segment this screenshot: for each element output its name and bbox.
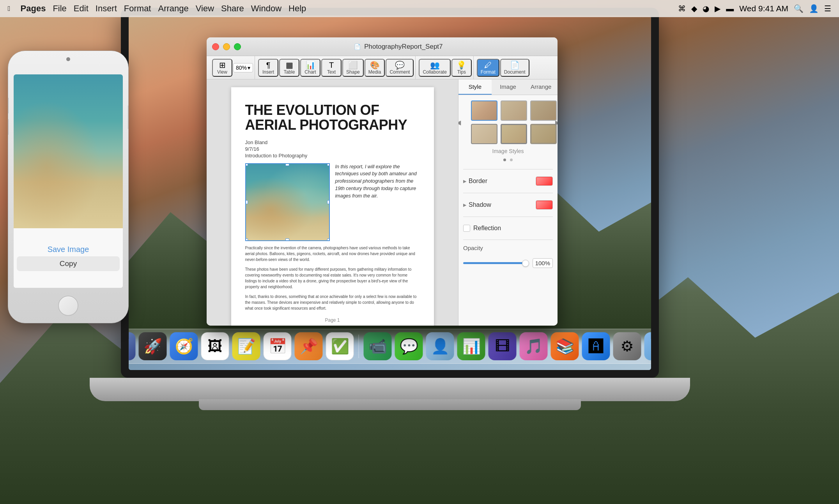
dock-icon-launchpad[interactable]: 🚀 — [139, 332, 167, 360]
table-icon: ▦ — [286, 61, 293, 69]
menubar-format[interactable]: Format — [124, 4, 151, 14]
menubar-search-icon[interactable]: 🔍 — [794, 4, 804, 13]
style-item-4[interactable] — [471, 124, 497, 144]
minimize-button[interactable] — [223, 43, 230, 50]
collaborate-button[interactable]: 👥 Collaborate — [419, 59, 450, 77]
dock-icon-contacts[interactable]: 👤 — [426, 332, 454, 360]
document-icon2: 📄 — [510, 61, 520, 69]
styles-next-arrow[interactable]: ▶ — [555, 119, 558, 126]
style-item-6[interactable] — [530, 124, 557, 144]
dock-icon-numbers[interactable]: 📊 — [457, 332, 485, 360]
document-author: Jon Bland — [245, 139, 420, 145]
tab-style[interactable]: Style — [458, 79, 492, 95]
document-aerial-image[interactable] — [245, 163, 330, 241]
tips-button[interactable]: 💡 Tips — [451, 59, 472, 77]
dock-icon-safari[interactable]: 🧭 — [170, 332, 198, 360]
dock: 🖥 ◎ 🚀 🧭 🖼 📝 📅 📌 ✅ 📹 💬 👤 📊 🎞 🎵 📚 🅰 ⚙ — [129, 329, 651, 364]
opacity-slider[interactable] — [463, 262, 529, 264]
maximize-button[interactable] — [234, 43, 241, 50]
resize-handle-tr[interactable] — [327, 163, 330, 166]
resize-handle-mr[interactable] — [327, 200, 330, 204]
resize-handle-ml[interactable] — [245, 200, 248, 204]
home-button[interactable] — [58, 296, 78, 316]
style-item-1[interactable] — [471, 100, 497, 121]
document-page: THE EVOLUTION OF AERIAL PHOTOGRAPHY Jon … — [231, 87, 434, 326]
menubar-view[interactable]: View — [196, 4, 214, 14]
dock-icon-notes[interactable]: 📝 — [232, 332, 260, 360]
opacity-thumb[interactable] — [522, 260, 529, 267]
menubar-time: Wed 9:41 AM — [739, 4, 788, 13]
document-text-column: In this report, I will explore the techn… — [335, 163, 420, 241]
menubar-user-icon[interactable]: 👤 — [809, 4, 819, 13]
menubar-help[interactable]: Help — [289, 4, 306, 14]
style-item-3[interactable] — [530, 100, 557, 121]
resize-handle-bm[interactable] — [285, 238, 289, 241]
dock-icon-siri[interactable]: ◎ — [129, 332, 136, 360]
zoom-arrow-icon: ▾ — [248, 65, 250, 71]
media-button[interactable]: 🎨 Media — [365, 59, 385, 77]
resize-handle-br[interactable] — [327, 238, 330, 241]
close-button[interactable] — [212, 43, 219, 50]
apple-menu-icon[interactable]:  — [8, 5, 11, 13]
chart-button[interactable]: 📊 Chart — [300, 59, 320, 77]
table-button[interactable]: ▦ Table — [279, 59, 299, 77]
dock-icon-messages[interactable]: 💬 — [395, 332, 423, 360]
menubar-insert[interactable]: Insert — [96, 4, 117, 14]
resize-handle-tm[interactable] — [285, 163, 289, 166]
text-button[interactable]: T Text — [321, 59, 342, 77]
document-body-2: These photos have been used for many dif… — [245, 266, 420, 290]
dot-2 — [510, 159, 513, 161]
shadow-disclosure-icon[interactable]: ▶ — [463, 203, 466, 208]
menubar-arrange[interactable]: Arrange — [158, 4, 189, 14]
border-color-swatch[interactable] — [536, 176, 553, 186]
tab-image[interactable]: Image — [492, 79, 525, 95]
tab-arrange[interactable]: Arrange — [524, 79, 558, 95]
dock-icon-stickies[interactable]: 📌 — [295, 332, 323, 360]
zoom-control[interactable]: 80% ▾ — [233, 63, 253, 72]
view-button[interactable]: ⊞ View — [212, 59, 232, 77]
iphone-screen: Save Image Copy — [14, 74, 123, 288]
style-item-5[interactable] — [501, 124, 527, 144]
shadow-row: ▶ Shadow — [463, 198, 553, 212]
style-item-2[interactable] — [501, 100, 527, 121]
dock-icon-settings[interactable]: ⚙ — [613, 332, 641, 360]
iphone-action-bar: Save Image Copy — [14, 228, 123, 288]
shadow-color-swatch[interactable] — [536, 200, 553, 210]
shape-button[interactable]: ⬜ Shape — [342, 59, 364, 77]
menubar-window[interactable]: Window — [251, 4, 281, 14]
format-button[interactable]: 🖊 Format — [477, 59, 499, 77]
iphone-aerial-image[interactable] — [14, 74, 123, 228]
border-disclosure-icon[interactable]: ▶ — [463, 179, 466, 184]
dock-icon-photos[interactable]: 🖼 — [201, 332, 229, 360]
comment-button[interactable]: 💬 Comment — [386, 59, 414, 77]
resize-handle-tl[interactable] — [245, 163, 248, 166]
insert-button[interactable]: ¶ Insert — [258, 59, 278, 77]
menubar-pages[interactable]: Pages — [21, 4, 46, 14]
menubar-volume-icon: ▶ — [715, 4, 720, 13]
styles-prev-arrow[interactable]: ◀ — [458, 119, 461, 126]
volume-up-button[interactable] — [8, 98, 9, 113]
document-button[interactable]: 📄 Document — [500, 59, 529, 77]
menubar-edit[interactable]: Edit — [74, 4, 89, 14]
dock-icon-keynote[interactable]: 🎞 — [489, 332, 517, 360]
reflection-checkbox[interactable] — [463, 225, 470, 232]
dock-icon-calendar[interactable]: 📅 — [264, 332, 292, 360]
power-button[interactable] — [128, 106, 129, 129]
menubar-apps-icon[interactable]: ☰ — [824, 4, 831, 13]
dock-icon-folder[interactable]: 📁 — [644, 332, 651, 360]
document-body-3: In fact, thanks to drones, something tha… — [245, 294, 420, 311]
dock-icon-itunes[interactable]: 🎵 — [520, 332, 548, 360]
dock-icon-reminders[interactable]: ✅ — [326, 332, 354, 360]
copy-button[interactable]: Copy — [17, 256, 120, 271]
text-icon: T — [329, 61, 334, 69]
dock-icon-appstore[interactable]: 🅰 — [582, 332, 610, 360]
volume-down-button[interactable] — [8, 119, 9, 135]
dock-icon-books[interactable]: 📚 — [551, 332, 579, 360]
save-image-button[interactable]: Save Image — [48, 245, 89, 254]
menubar-share[interactable]: Share — [221, 4, 244, 14]
opacity-value[interactable]: 100% — [533, 258, 553, 268]
resize-handle-bl[interactable] — [245, 238, 248, 241]
document-headline: THE EVOLUTION OF AERIAL PHOTOGRAPHY — [245, 103, 420, 132]
dock-icon-facetime[interactable]: 📹 — [364, 332, 392, 360]
menubar-file[interactable]: File — [53, 4, 66, 14]
